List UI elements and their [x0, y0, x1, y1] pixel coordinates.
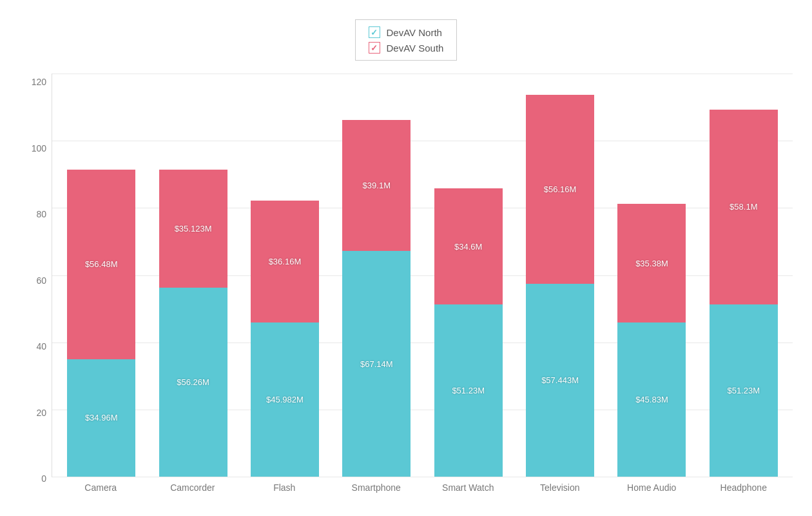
bar-group-smartphone: $39.1M$67.14M	[334, 74, 419, 477]
bar-group-camcorder: $35.123M$56.26M	[150, 74, 235, 477]
bar-group-television: $56.16M$57.443M	[517, 74, 603, 477]
bar-stack: $58.1M$51.23M	[710, 110, 778, 477]
legend-label-north: DevAV North	[387, 27, 442, 38]
bar-north: $57.443M	[526, 284, 594, 477]
legend-item-north[interactable]: ✓ DevAV North	[369, 26, 444, 38]
bar-group-headphone: $58.1M$51.23M	[701, 74, 786, 477]
bar-south-label: $35.38M	[635, 259, 668, 268]
bar-south-label: $35.123M	[175, 224, 212, 233]
x-label: Home Audio	[609, 477, 695, 510]
grid-line	[52, 477, 793, 477]
x-label: Camera	[58, 477, 144, 510]
bar-north: $34.96M	[67, 359, 135, 477]
x-label: Television	[517, 477, 603, 510]
bar-north-label: $51.23M	[728, 386, 760, 395]
bar-north-label: $45.83M	[635, 395, 668, 404]
bar-stack: $56.16M$57.443M	[526, 95, 594, 477]
legend: ✓ DevAV North ✓ DevAV South	[355, 19, 458, 61]
bar-north-label: $67.14M	[360, 359, 393, 369]
bar-south: $35.123M	[159, 170, 227, 288]
bar-south-label: $39.1M	[363, 181, 391, 190]
bar-south-label: $58.1M	[730, 202, 757, 212]
bar-group-camera: $56.48M$34.96M	[59, 74, 144, 477]
bar-stack: $39.1M$67.14M	[342, 120, 411, 477]
bar-north-label: $56.26M	[177, 377, 209, 387]
y-label: 80	[36, 209, 46, 219]
x-label: Smart Watch	[425, 477, 511, 510]
bar-south: $56.48M	[67, 170, 135, 359]
bar-group-flash: $36.16M$45.982M	[242, 74, 327, 477]
x-label: Camcorder	[150, 477, 236, 510]
legend-checkbox-north: ✓	[369, 26, 380, 38]
bar-south: $35.38M	[617, 204, 686, 322]
bar-north-label: $57.443M	[541, 375, 579, 385]
bar-stack: $56.48M$34.96M	[67, 170, 135, 477]
legend-label-south: DevAV South	[387, 43, 444, 54]
bar-south-label: $36.16M	[269, 257, 302, 266]
bar-north: $51.23M	[434, 304, 503, 477]
plot-area: $56.48M$34.96M$35.123M$56.26M$36.16M$45.…	[52, 74, 793, 510]
bar-north-label: $51.23M	[452, 386, 485, 395]
y-label: 20	[36, 408, 46, 418]
bar-stack: $34.6M$51.23M	[434, 188, 503, 477]
x-label: Flash	[242, 477, 327, 510]
bar-north: $45.982M	[251, 322, 319, 477]
bar-north-label: $45.982M	[266, 395, 304, 404]
bar-south: $56.16M	[526, 95, 594, 283]
bars-row: $56.48M$34.96M$35.123M$56.26M$36.16M$45.…	[52, 74, 793, 477]
x-label: Smartphone	[334, 477, 420, 510]
chart-area: 120100806040200 $56.48M$34.96M$35.123M$5…	[19, 74, 793, 510]
y-label: 100	[32, 143, 46, 154]
bar-south-label: $34.6M	[454, 242, 482, 252]
bar-south: $36.16M	[251, 201, 319, 322]
y-label: 120	[32, 77, 46, 87]
bar-group-home-audio: $35.38M$45.83M	[609, 74, 694, 477]
y-label: 60	[36, 275, 46, 286]
bar-north-label: $34.96M	[85, 413, 118, 422]
bar-north: $51.23M	[710, 304, 778, 477]
y-axis: 120100806040200	[19, 74, 52, 510]
bar-south: $39.1M	[342, 120, 411, 252]
bar-south-label: $56.16M	[544, 184, 577, 194]
bars-wrapper: $56.48M$34.96M$35.123M$56.26M$36.16M$45.…	[52, 74, 793, 477]
y-label: 40	[36, 341, 46, 352]
y-label: 0	[41, 473, 46, 484]
x-labels: CameraCamcorderFlashSmartphoneSmart Watc…	[52, 477, 793, 510]
bar-south-label: $56.48M	[85, 259, 118, 269]
bar-south: $58.1M	[710, 110, 778, 305]
bar-stack: $36.16M$45.982M	[251, 201, 319, 477]
chart-container: ✓ DevAV North ✓ DevAV South 120100806040…	[0, 0, 812, 516]
legend-item-south[interactable]: ✓ DevAV South	[369, 42, 444, 54]
bar-north: $45.83M	[617, 322, 686, 477]
bar-north: $67.14M	[342, 251, 411, 477]
bar-stack: $35.123M$56.26M	[159, 170, 227, 477]
x-label: Headphone	[701, 477, 787, 510]
bar-group-smart-watch: $34.6M$51.23M	[426, 74, 511, 477]
bar-south: $34.6M	[434, 188, 503, 304]
legend-checkbox-south: ✓	[369, 42, 380, 54]
bar-stack: $35.38M$45.83M	[617, 204, 686, 477]
bar-north: $56.26M	[159, 288, 227, 477]
